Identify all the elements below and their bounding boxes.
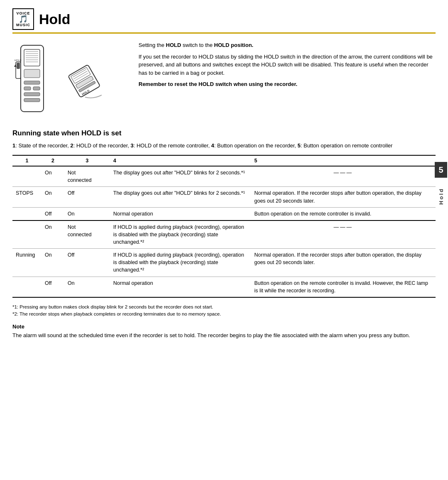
cell-1-4: The display goes out after "HOLD" blinks… [110, 166, 251, 187]
device-illustration-1: HOLD ▲ [12, 41, 52, 120]
hold-table: 1 2 3 4 5 On Notconnected The display go… [12, 155, 436, 298]
col-header-4: 4 [110, 155, 251, 166]
cell-6-1 [12, 277, 41, 297]
col-header-2: 2 [41, 155, 64, 166]
intro-text: Setting the HOLD switch to the HOLD posi… [139, 41, 436, 120]
col-header-1: 1 [12, 155, 41, 166]
cell-2-3: Off [64, 187, 110, 207]
table-row: On Notconnected The display goes out aft… [12, 166, 436, 187]
svg-rect-13 [24, 98, 40, 102]
cell-5-2: On [41, 249, 64, 277]
cell-3-4: Normal operation [110, 207, 251, 220]
table-row: Off On Normal operation Button operation… [12, 207, 436, 220]
cell-4-5: ——— [251, 220, 436, 249]
cell-2-2: On [41, 187, 64, 207]
svg-text:HOLD: HOLD [15, 59, 22, 61]
svg-rect-8 [24, 69, 40, 78]
sidebar-label: Hold [438, 181, 444, 211]
svg-line-21 [73, 71, 87, 79]
setting-title: Setting the HOLD switch to the HOLD posi… [139, 41, 436, 49]
logo-icon: 🎵 [19, 15, 28, 23]
cell-2-1: STOPS [12, 187, 41, 207]
cell-2-5: Normal operation. If the recorder stops … [251, 187, 436, 207]
cell-6-5: Button operation on the remote controlle… [251, 277, 436, 297]
col-header-5: 5 [251, 155, 436, 166]
cell-3-5: Button operation on the remote controlle… [251, 207, 436, 220]
cell-5-5: Normal operation. If the recorder stops … [251, 249, 436, 277]
cell-1-3: Notconnected [64, 166, 110, 187]
table-row: Off On Normal operation Button operation… [12, 277, 436, 297]
note-section: Note The alarm will sound at the schedul… [12, 323, 436, 340]
right-sidebar: 5 Hold [435, 162, 447, 211]
svg-rect-10 [24, 87, 31, 90]
page-title: Hold [39, 11, 71, 27]
cell-6-4: Normal operation [110, 277, 251, 297]
cell-3-3: On [64, 207, 110, 220]
header-divider [12, 32, 436, 34]
setting-body: If you set the recorder to HOLD status b… [139, 53, 436, 77]
intro-section: HOLD ▲ HOLD [12, 41, 436, 120]
cell-6-2: Off [41, 277, 64, 297]
cell-4-4: If HOLD is applied during playback (reco… [110, 220, 251, 249]
svg-line-20 [73, 69, 86, 77]
footnote-2: *2: The recorder stops when playback com… [12, 311, 436, 318]
table-row: Running On Off If HOLD is applied during… [12, 249, 436, 277]
cell-1-1 [12, 166, 41, 187]
footnotes: *1: Pressing any button makes clock disp… [12, 304, 436, 318]
cell-4-2: On [41, 220, 64, 249]
svg-rect-11 [33, 87, 40, 90]
note-body: The alarm will sound at the scheduled ti… [12, 331, 436, 340]
cell-3-2: Off [41, 207, 64, 220]
footnote-1: *1: Pressing any button makes clock disp… [12, 304, 436, 311]
cell-6-3: On [64, 277, 110, 297]
table-row: On Notconnected If HOLD is applied durin… [12, 220, 436, 249]
page-number-badge: 5 [435, 162, 447, 178]
remember-note: Remember to reset the HOLD switch when u… [139, 80, 436, 88]
cell-5-1: Running [12, 249, 41, 277]
svg-rect-9 [24, 81, 40, 84]
cell-1-5: ——— [251, 166, 436, 187]
cell-4-1 [12, 220, 41, 249]
device-images: HOLD ▲ HOLD [12, 41, 129, 120]
cell-4-3: Notconnected [64, 220, 110, 249]
running-state-title: Running state when HOLD is set [12, 129, 436, 137]
cell-5-3: Off [64, 249, 110, 277]
cell-3-1 [12, 207, 41, 220]
table-row: STOPS On Off The display goes out after … [12, 187, 436, 207]
cell-2-4: The display goes out after "HOLD" blinks… [110, 187, 251, 207]
logo-music: MUSIC [16, 23, 30, 27]
device-illustration-2: HOLD [60, 60, 110, 101]
logo: VOICE 🎵 MUSIC [12, 8, 34, 30]
cell-1-2: On [41, 166, 64, 187]
svg-rect-12 [24, 93, 40, 96]
svg-text:▲: ▲ [13, 63, 17, 68]
page-header: VOICE 🎵 MUSIC Hold [12, 8, 436, 30]
col-header-3: 3 [64, 155, 110, 166]
note-title: Note [12, 323, 436, 330]
cell-5-4: If HOLD is applied during playback (reco… [110, 249, 251, 277]
table-description: 1: State of the recorder, 2: HOLD of the… [12, 142, 436, 150]
